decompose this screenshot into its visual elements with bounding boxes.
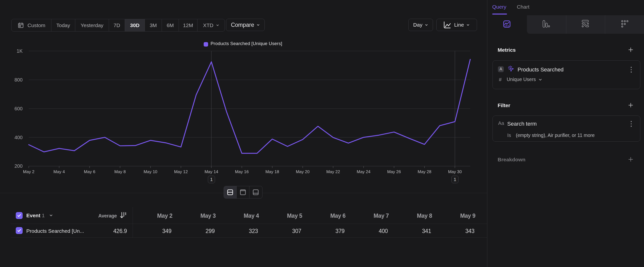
svg-text:400: 400 bbox=[14, 135, 23, 140]
svg-text:May 18: May 18 bbox=[266, 169, 279, 174]
svg-text:May 24: May 24 bbox=[357, 169, 370, 174]
svg-text:May 6: May 6 bbox=[84, 169, 95, 174]
svg-text:May 12: May 12 bbox=[174, 169, 188, 174]
svg-text:1K: 1K bbox=[17, 48, 23, 54]
svg-text:May 2: May 2 bbox=[23, 169, 34, 174]
svg-text:200: 200 bbox=[14, 163, 23, 169]
svg-text:May 8: May 8 bbox=[114, 169, 126, 174]
svg-text:May 22: May 22 bbox=[326, 169, 340, 174]
svg-text:600: 600 bbox=[14, 106, 23, 111]
svg-text:May 26: May 26 bbox=[387, 169, 401, 174]
svg-text:May 30: May 30 bbox=[448, 169, 462, 174]
svg-text:May 4: May 4 bbox=[54, 169, 65, 174]
svg-text:May 16: May 16 bbox=[235, 169, 249, 174]
svg-text:May 14: May 14 bbox=[204, 169, 218, 174]
svg-text:800: 800 bbox=[14, 77, 23, 83]
svg-text:May 20: May 20 bbox=[296, 169, 310, 174]
svg-text:May 28: May 28 bbox=[418, 169, 432, 174]
svg-text:May 10: May 10 bbox=[144, 169, 158, 174]
